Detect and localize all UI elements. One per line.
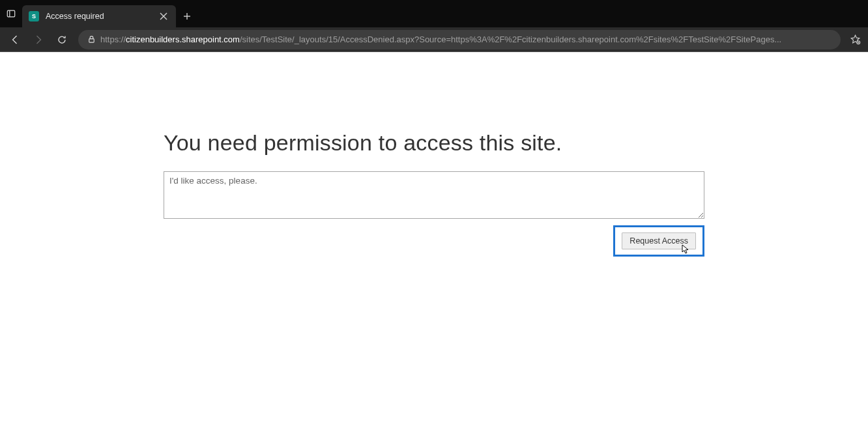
back-button[interactable] [4,29,26,50]
page-content: You need permission to access this site.… [0,52,868,257]
lock-icon [85,35,98,44]
close-tab-icon[interactable] [158,10,169,22]
sharepoint-favicon: S [29,11,39,21]
access-message-input[interactable] [164,171,704,219]
svg-rect-0 [7,10,14,17]
browser-tab[interactable]: S Access required [22,5,176,27]
annotation-highlight: Request Access [613,225,704,257]
request-access-button[interactable]: Request Access [622,232,696,249]
address-bar[interactable]: https://citizenbuilders.sharepoint.com/s… [78,30,841,49]
forward-button[interactable] [27,29,50,50]
favorite-button[interactable] [846,34,864,45]
browser-titlebar: S Access required [0,0,868,27]
browser-toolbar: https://citizenbuilders.sharepoint.com/s… [0,27,868,52]
refresh-button[interactable] [51,29,73,50]
tab-title: Access required [46,12,152,21]
url-text: https://citizenbuilders.sharepoint.com/s… [100,35,834,44]
new-tab-button[interactable] [176,5,198,27]
tab-actions-icon[interactable] [0,9,22,18]
actions-row: Request Access [164,225,704,257]
svg-rect-6 [89,39,93,43]
page-heading: You need permission to access this site. [164,130,704,156]
